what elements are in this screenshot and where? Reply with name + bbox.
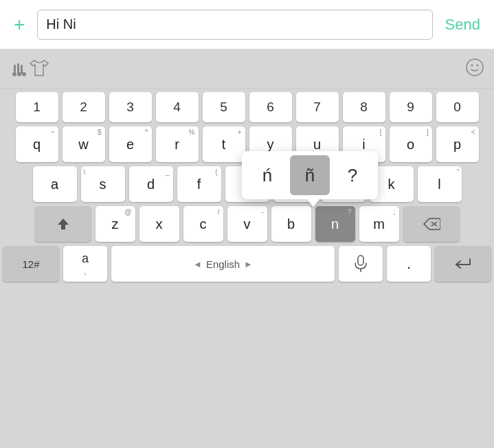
svg-rect-5 [21, 65, 23, 74]
popup-box: ń ñ ? [242, 151, 378, 199]
bottom-letter-row: @z x /c -v b ?n ;m ń ñ ? [3, 206, 491, 242]
popup-key-n-tilde[interactable]: ñ [290, 155, 330, 195]
key-q[interactable]: ~q [16, 126, 58, 162]
key-t[interactable]: +t [203, 126, 245, 162]
enter-key[interactable] [435, 246, 491, 282]
key-8[interactable]: 8 [343, 92, 385, 122]
shift-key[interactable] [35, 206, 91, 242]
popup-key-question[interactable]: ? [333, 155, 372, 195]
key-f[interactable]: (f [177, 166, 221, 202]
svg-point-6 [467, 59, 483, 76]
language-label: English [206, 258, 240, 270]
message-input[interactable] [37, 10, 432, 40]
num-switch-label: 12# [22, 258, 39, 270]
key-p[interactable]: <p [436, 126, 479, 162]
top-bar: + Send [0, 0, 494, 49]
key-w[interactable]: $w [63, 126, 105, 162]
key-b[interactable]: b [271, 206, 311, 242]
key-2[interactable]: 2 [63, 92, 105, 122]
key-d[interactable]: _d [129, 166, 173, 202]
num-switch-key[interactable]: 12# [3, 246, 59, 282]
shirt-icon[interactable] [29, 58, 49, 81]
mic-key[interactable] [339, 246, 383, 282]
key-m[interactable]: ;m [359, 206, 399, 242]
key-6[interactable]: 6 [249, 92, 292, 122]
popup-tail [306, 199, 320, 207]
key-r[interactable]: %r [156, 126, 199, 162]
key-7[interactable]: 7 [296, 92, 339, 122]
key-x[interactable]: x [139, 206, 179, 242]
character-popup: ń ñ ? [242, 151, 378, 207]
plus-button[interactable]: + [8, 12, 30, 37]
right-arrow: ► [244, 259, 253, 269]
svg-point-8 [477, 64, 479, 66]
comma-key[interactable]: a , [63, 246, 107, 282]
key-9[interactable]: 9 [390, 92, 432, 122]
key-a[interactable]: a [33, 166, 77, 202]
svg-point-7 [471, 64, 473, 66]
period-key[interactable]: . [387, 246, 431, 282]
send-button[interactable]: Send [440, 13, 486, 36]
left-arrow: ◄ [193, 259, 202, 269]
key-3[interactable]: 3 [109, 92, 152, 122]
keyboard-toolbar [0, 49, 494, 89]
number-row: 1 2 3 4 5 6 7 8 9 0 [3, 92, 491, 122]
key-1[interactable]: 1 [16, 92, 58, 122]
key-4[interactable]: 4 [156, 92, 199, 122]
svg-rect-3 [14, 65, 16, 74]
keyboard: 1 2 3 4 5 6 7 8 9 0 ~q $w ^e %r +t y u [… [0, 89, 494, 448]
key-l[interactable]: "l [418, 166, 462, 202]
key-c[interactable]: /c [183, 206, 223, 242]
delete-key[interactable] [403, 206, 460, 242]
key-e[interactable]: ^e [109, 126, 152, 162]
key-v[interactable]: -v [227, 206, 267, 242]
hand-icon[interactable] [10, 58, 29, 81]
popup-key-n-acute[interactable]: ń [247, 155, 287, 195]
key-o[interactable]: ]o [390, 126, 432, 162]
space-key[interactable]: ◄ English ► [111, 246, 335, 282]
svg-rect-11 [358, 256, 363, 265]
key-z[interactable]: @z [96, 206, 135, 242]
smiley-icon[interactable] [465, 58, 484, 81]
key-0[interactable]: 0 [436, 92, 479, 122]
key-5[interactable]: 5 [203, 92, 245, 122]
svg-rect-4 [17, 63, 19, 74]
function-row: 12# a , ◄ English ► . [3, 246, 491, 282]
key-s[interactable]: \s [81, 166, 125, 202]
key-n[interactable]: ?n [315, 206, 355, 242]
